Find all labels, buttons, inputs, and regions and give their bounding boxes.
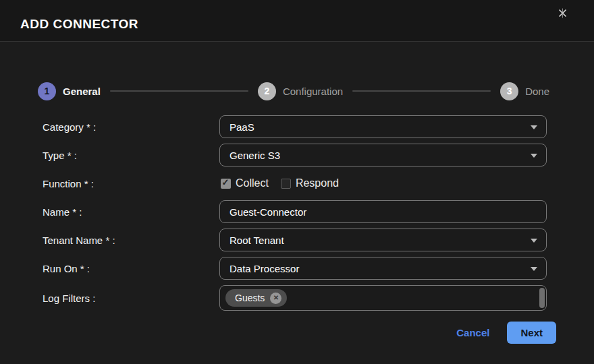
connector-form: Category * : PaaS Type * : Generic S3 Fu… (0, 115, 594, 311)
step-label: Configuration (283, 86, 343, 97)
name-input[interactable]: Guest-Connector (219, 200, 547, 223)
collect-label: Collect (236, 177, 269, 189)
respond-checkbox[interactable]: Respond (281, 177, 339, 189)
checkbox-checked-icon (221, 179, 231, 189)
step-label: Done (525, 86, 549, 97)
log-filters-label: Log Filters : (43, 293, 219, 304)
run-on-value: Data Processor (230, 263, 299, 274)
tag-label: Guests (235, 293, 265, 303)
add-connector-dialog: ADD CONNECTOR 1 General 2 Configuration … (0, 0, 594, 364)
run-on-row: Run On * : Data Processor (0, 257, 594, 280)
chevron-down-icon (531, 239, 537, 243)
type-select[interactable]: Generic S3 (219, 144, 547, 166)
step-number-badge: 2 (258, 82, 276, 100)
cancel-button[interactable]: Cancel (456, 327, 489, 338)
log-filters-row: Log Filters : Guests ✕ (0, 285, 594, 311)
step-general[interactable]: 1 General (38, 82, 101, 100)
name-row: Name * : Guest-Connector (0, 200, 594, 223)
step-connector-line (110, 90, 248, 92)
step-connector-line (352, 90, 491, 92)
close-button[interactable] (555, 7, 570, 22)
step-number-badge: 1 (38, 82, 56, 100)
chevron-down-icon (531, 125, 537, 129)
scrollbar-thumb[interactable] (539, 288, 545, 308)
dialog-footer: Cancel Next (0, 322, 594, 344)
type-row: Type * : Generic S3 (0, 144, 594, 166)
category-label: Category * : (43, 121, 219, 133)
tenant-name-row: Tenant Name * : Root Tenant (0, 229, 594, 251)
type-value: Generic S3 (230, 150, 280, 161)
function-checkbox-group: Collect Respond (219, 172, 547, 195)
category-row: Category * : PaaS (0, 115, 594, 138)
name-label: Name * : (43, 206, 219, 218)
run-on-select[interactable]: Data Processor (219, 257, 547, 280)
step-done[interactable]: 3 Done (500, 82, 549, 100)
function-row: Function * : Collect Respond (0, 172, 594, 195)
step-label: General (63, 86, 101, 97)
function-label: Function * : (43, 178, 219, 189)
category-value: PaaS (230, 121, 254, 133)
type-label: Type * : (43, 150, 219, 161)
respond-label: Respond (296, 177, 339, 189)
wizard-stepper: 1 General 2 Configuration 3 Done (0, 82, 594, 100)
step-number-badge: 3 (500, 82, 518, 100)
step-configuration[interactable]: 2 Configuration (258, 82, 343, 100)
tenant-name-value: Root Tenant (230, 235, 284, 246)
collect-checkbox[interactable]: Collect (221, 177, 269, 189)
tenant-name-label: Tenant Name * : (43, 235, 219, 246)
chevron-down-icon (531, 267, 537, 271)
name-value: Guest-Connector (230, 206, 306, 218)
tag-chip-guests: Guests ✕ (225, 289, 287, 307)
close-icon (556, 7, 569, 22)
tenant-name-select[interactable]: Root Tenant (219, 229, 547, 251)
chevron-down-icon (531, 154, 537, 158)
dialog-header: ADD CONNECTOR (0, 0, 594, 42)
dialog-title: ADD CONNECTOR (20, 17, 138, 32)
log-filters-input[interactable]: Guests ✕ (219, 285, 547, 311)
run-on-label: Run On * : (43, 263, 219, 274)
checkbox-unchecked-icon (281, 179, 291, 189)
next-button[interactable]: Next (507, 322, 556, 344)
remove-tag-icon[interactable]: ✕ (270, 293, 281, 304)
category-select[interactable]: PaaS (219, 115, 547, 138)
